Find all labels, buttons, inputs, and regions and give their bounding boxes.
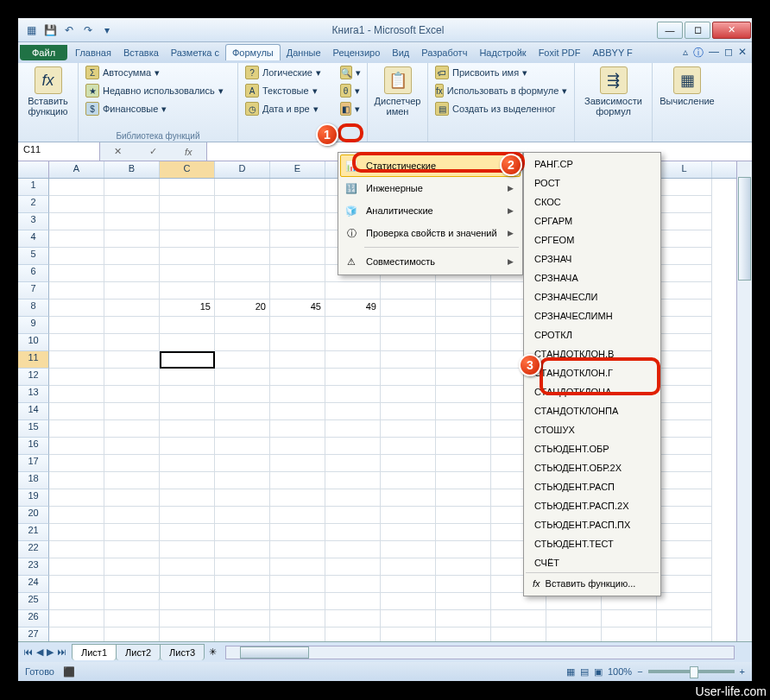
cell[interactable] <box>657 369 712 386</box>
cell[interactable] <box>436 334 491 351</box>
cell[interactable] <box>381 576 436 593</box>
cell[interactable] <box>160 576 215 593</box>
function-item[interactable]: СТАНДОТКЛОНА <box>526 382 659 401</box>
cell[interactable] <box>381 369 436 386</box>
function-item[interactable]: СТЬЮДЕНТ.ОБР <box>526 439 659 458</box>
cell[interactable] <box>270 593 325 610</box>
vertical-scrollbar[interactable] <box>736 161 752 641</box>
cell[interactable] <box>491 610 546 627</box>
column-header[interactable]: B <box>104 161 160 178</box>
cell[interactable] <box>270 438 325 455</box>
cell[interactable]: 45 <box>270 300 325 317</box>
cell[interactable] <box>160 455 215 472</box>
cell[interactable] <box>381 593 436 610</box>
cell[interactable] <box>270 386 325 403</box>
cell[interactable] <box>325 507 381 524</box>
financial-button[interactable]: $Финансовые ▾ <box>84 101 232 117</box>
cell[interactable] <box>270 489 325 507</box>
cell[interactable] <box>270 369 325 386</box>
cell[interactable] <box>49 438 104 455</box>
cell[interactable] <box>49 213 104 230</box>
cell[interactable] <box>270 524 325 541</box>
ribbon-tab[interactable]: Вставка <box>117 45 165 60</box>
cell[interactable] <box>49 386 104 403</box>
zoom-out-icon[interactable]: − <box>637 666 642 677</box>
cell[interactable] <box>657 351 712 369</box>
sheet-nav-next-icon[interactable]: ▶ <box>47 646 54 658</box>
cell[interactable] <box>436 558 491 576</box>
cell[interactable] <box>49 317 104 334</box>
row-header[interactable]: 6 <box>18 265 49 282</box>
cell[interactable] <box>215 558 270 576</box>
function-item[interactable]: СТЬЮДЕНТ.РАСП.ПХ <box>526 515 659 534</box>
cell[interactable] <box>160 420 215 438</box>
function-item[interactable]: СРОТКЛ <box>526 325 659 344</box>
row-header[interactable]: 4 <box>18 230 49 248</box>
cell[interactable] <box>160 593 215 610</box>
function-item[interactable]: СТЬЮДЕНТ.РАСП.2Х <box>526 496 659 515</box>
cell[interactable] <box>215 282 270 300</box>
cell[interactable] <box>436 455 491 472</box>
active-cell[interactable] <box>160 351 215 369</box>
cell[interactable] <box>104 265 160 282</box>
function-item[interactable]: СТАНДОТКЛОНПА <box>526 401 659 420</box>
sheet-tab[interactable]: Лист1 <box>72 644 117 660</box>
zoom-level[interactable]: 100% <box>608 666 632 677</box>
menu-item[interactable]: ⓘПроверка свойств и значений▶ <box>340 222 521 244</box>
ribbon-tab[interactable]: Разметка с <box>165 45 225 60</box>
cell[interactable] <box>215 438 270 455</box>
cell[interactable] <box>657 300 712 317</box>
cell[interactable] <box>381 438 436 455</box>
cell[interactable] <box>657 455 712 472</box>
cell[interactable] <box>104 558 160 576</box>
cell[interactable] <box>381 282 436 300</box>
ribbon-tab[interactable]: Foxit PDF <box>533 45 587 60</box>
function-item[interactable]: СРГАРМ <box>526 211 659 230</box>
cell[interactable] <box>49 541 104 558</box>
row-header[interactable]: 23 <box>18 558 49 576</box>
cell[interactable] <box>49 576 104 593</box>
cell[interactable] <box>49 334 104 351</box>
function-item[interactable]: СТЬЮДЕНТ.ТЕСТ <box>526 534 659 553</box>
cell[interactable] <box>215 403 270 420</box>
function-item[interactable]: СТЬЮДЕНТ.ОБР.2Х <box>526 458 659 477</box>
cell[interactable] <box>325 593 381 610</box>
cell[interactable] <box>270 317 325 334</box>
cell[interactable] <box>657 248 712 265</box>
cell[interactable] <box>270 196 325 213</box>
cell[interactable] <box>49 196 104 213</box>
function-item[interactable]: РОСТ <box>526 173 659 192</box>
column-header[interactable]: D <box>215 161 270 178</box>
cell[interactable] <box>49 507 104 524</box>
cell[interactable] <box>215 541 270 558</box>
redo-icon[interactable]: ↷ <box>80 22 96 38</box>
cell[interactable] <box>657 438 712 455</box>
ribbon-tab[interactable]: Главная <box>69 45 117 60</box>
cell[interactable] <box>160 317 215 334</box>
cell[interactable] <box>381 300 436 317</box>
cell[interactable] <box>160 403 215 420</box>
cell[interactable] <box>104 541 160 558</box>
cell[interactable] <box>160 369 215 386</box>
cell[interactable] <box>381 472 436 489</box>
horizontal-scrollbar[interactable] <box>225 646 735 659</box>
column-header[interactable]: L <box>657 161 712 178</box>
cell[interactable] <box>657 576 712 593</box>
cell[interactable] <box>381 334 436 351</box>
cell[interactable] <box>325 541 381 558</box>
function-item[interactable]: СКОС <box>526 192 659 211</box>
cell[interactable] <box>104 317 160 334</box>
cell[interactable] <box>104 351 160 369</box>
save-icon[interactable]: 💾 <box>42 22 58 38</box>
cell[interactable] <box>436 541 491 558</box>
cell[interactable] <box>215 179 270 196</box>
cell[interactable] <box>49 610 104 627</box>
cell[interactable] <box>270 282 325 300</box>
column-header[interactable]: E <box>270 161 325 178</box>
cell[interactable] <box>104 438 160 455</box>
sheet-tab[interactable]: Лист2 <box>116 644 161 660</box>
zoom-in-icon[interactable]: + <box>740 666 745 677</box>
cell[interactable] <box>657 524 712 541</box>
cell[interactable] <box>270 541 325 558</box>
cell[interactable] <box>160 472 215 489</box>
